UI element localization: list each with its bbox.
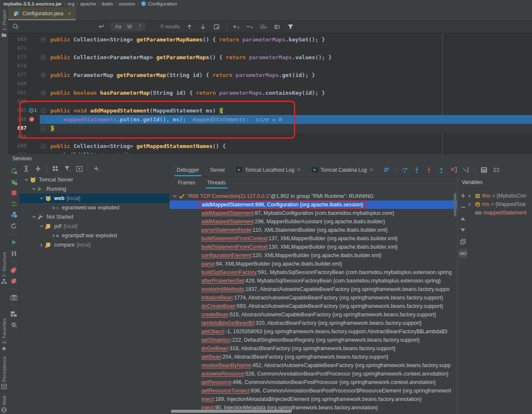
force-step-into-icon[interactable] [426,167,433,173]
tool-window-button--project[interactable]: 1: Project [0,10,8,38]
camera-icon[interactable] [11,294,17,301]
fold-marker[interactable]: + [41,90,46,95]
minus-icon[interactable] [459,203,467,211]
fold-marker[interactable]: + [41,55,46,60]
tool-window-button-web[interactable]: Web [0,395,8,413]
rerun-icon[interactable] [11,167,17,174]
stack-frame-row[interactable]: inject:189, InjectionMetadata$InjectedEl… [170,395,458,403]
tab-threads[interactable]: Threads [201,176,232,189]
editor-line[interactable]: 687−} [8,124,532,133]
stack-frame-row[interactable]: createBean:515, AbstractAutowireCapableB… [170,310,458,319]
drop-frame-icon[interactable] [450,167,457,173]
fold-marker[interactable]: + [41,37,46,42]
stack-frame-row[interactable]: resolveBeanByName:452, AbstractAutowireC… [170,361,458,370]
tab-tomcat-localhost-log[interactable]: ▸Tomcat Localhost Log✕ [230,163,306,176]
chevron-down-icon[interactable] [30,216,37,218]
stack-frame-row[interactable]: parseStatementNode:110, XMLStatementBuil… [170,226,458,234]
tree-item-running[interactable]: Running [19,184,169,194]
breadcrumb-item[interactable]: session [119,1,135,6]
copy-icon[interactable] [459,238,467,245]
chevron-right-icon[interactable] [468,194,473,198]
stack-frame-row[interactable]: getSingleton:222, DefaultSingletonBeanRe… [170,336,458,344]
filter-lines-icon[interactable] [273,23,281,30]
step-over-icon[interactable] [401,167,408,173]
tab-server[interactable]: Server [205,163,230,176]
step-out-icon[interactable] [438,167,445,173]
stack-frame-row[interactable]: getResourceToInject:636, CommonAnnotatio… [170,387,458,395]
down-triangle-icon[interactable] [459,226,467,234]
editor-line[interactable]: 676 [8,62,532,71]
words-toggle[interactable]: W [127,24,132,30]
editor-line[interactable]: 673+public Collection<ParameterMap> getP… [8,53,532,62]
add-service-icon[interactable] [93,165,100,172]
filter-funnel-icon[interactable] [287,23,294,30]
run-to-cursor-icon[interactable] [463,167,469,173]
debug-icon[interactable] [11,178,17,185]
pause-icon[interactable] [11,250,17,257]
next-occurrence-icon[interactable] [199,23,207,30]
layout-icon[interactable] [11,310,17,317]
tool-window-button--favorites[interactable]: 2: Favorites [0,318,8,351]
editor-line[interactable]: 685−public void addMappedStatement(Mappe… [8,106,532,115]
tool-window-button--structure[interactable]: 7: Structure [0,252,8,285]
refresh-icon[interactable] [11,222,17,229]
fold-marker[interactable]: − [41,144,46,148]
stack-frame-row[interactable]: doGetBean:318, AbstractBeanFactory {org.… [170,344,458,353]
chevron-down-icon[interactable] [23,178,30,181]
stack-frame-row[interactable]: buildSqlSessionFactory:591, MybatisSqlSe… [170,268,458,277]
close-icon[interactable]: ✕ [369,167,373,173]
tab-list-icon[interactable] [383,167,390,173]
stack-frame-row[interactable]: initializeBean:1774, AbstractAutowireCap… [170,293,458,302]
chevron-down-icon[interactable] [30,188,37,190]
variable-row[interactable]: mappedStatement [468,208,532,217]
editor-line[interactable]: 680 [8,80,532,88]
stack-frame-row[interactable]: autowireResource:526, CommonAnnotationBe… [170,370,458,378]
stack-frame-row[interactable]: afterPropertiesSet:429, MybatisSqlSessio… [170,277,458,285]
chevron-right-icon[interactable] [38,243,45,247]
variable-row[interactable]: this= {MybatisCon [468,192,532,200]
stack-frame-row[interactable]: addMappedStatement:296, MapperBuilderAss… [170,217,458,226]
breadcrumb-item[interactable]: mybatis-3.5.1-sources.jar [3,1,62,6]
stack-frame-row[interactable]: addMappedStatement:87, MybatisConfigurat… [170,209,458,217]
select-all-occurrences-icon[interactable] [260,23,267,30]
breadcrumb-item[interactable]: apache [80,1,96,6]
breadcrumb-item[interactable]: ibatis [101,1,113,6]
tree-item-compare[interactable]: compare[local] [19,240,169,249]
variable-row[interactable]: pms= {MappedStat [468,200,532,208]
plus-icon[interactable] [459,192,467,200]
tab-configuration-java[interactable]: C Configuration.java ✕ [8,7,76,20]
chevron-right-icon[interactable] [468,203,473,206]
breadcrumb-item[interactable]: CConfiguration [141,1,177,6]
add-occurrence-icon[interactable] [233,23,240,30]
tree-item-egrantweb-war-exploded[interactable]: egrantweb:war exploded [19,203,169,212]
editor-line[interactable]: 669+public Collection<String> getParamet… [8,35,532,44]
tree-item-pdf[interactable]: pdf[local] [19,222,169,231]
search-icon[interactable] [12,23,19,30]
tab-frames[interactable]: Frames [172,176,201,189]
stack-frame-row[interactable]: invokeInitMethods:1837, AbstractAutowire… [170,285,458,293]
layout-settings-icon[interactable] [493,167,500,173]
newline-icon[interactable] [97,23,105,30]
tree-item-tomcat-server[interactable]: Tomcat Server [19,175,169,184]
breakpoint-icon[interactable] [28,116,38,123]
horizontal-scrollbar[interactable] [171,410,292,413]
stack-frame-row[interactable]: getBean:204, AbstractBeanFactory {org.sp… [170,353,458,361]
editor-line[interactable]: 689−public Collection<String> getMappedS… [8,142,532,151]
stack-frame-row[interactable]: configurationElement:120, XMLMapperBuild… [170,251,458,260]
tool-window-button-persistence[interactable]: Persistence [0,356,8,389]
editor-line[interactable]: 686 mappedStatements.put(ms.getId(), ms)… [8,115,532,124]
fold-marker[interactable]: − [41,108,46,113]
thread-header-row[interactable]: "RMI TCP Connection(2)-127.0.0.1"@1,902 … [170,192,458,200]
expand-all-icon[interactable] [23,165,30,172]
remove-occurrence-icon[interactable] [246,23,254,30]
stop-icon[interactable] [11,189,17,196]
tree-item-web[interactable]: web[local] [19,194,169,203]
gear-icon[interactable] [11,321,17,328]
tree-item-not-started[interactable]: Not Started [19,212,169,222]
mute-breakpoints-icon[interactable] [11,277,17,284]
artifacts-icon[interactable] [11,211,17,218]
stack-frame-row[interactable]: lambda$doGetBean$0:320, AbstractBeanFact… [170,319,458,327]
editor-line[interactable]: 681+public boolean hasParameterMap(Strin… [8,88,532,97]
find-in-selection-icon[interactable] [213,23,220,30]
chevron-down-icon[interactable] [38,225,45,228]
